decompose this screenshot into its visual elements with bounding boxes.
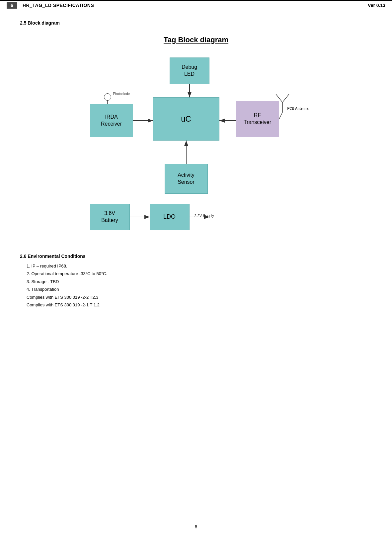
rf-block: RFTransceiver: [236, 101, 279, 137]
antenna-label: PCB Antenna: [287, 107, 309, 110]
env-condition-item: 3. Storage - TBD: [27, 278, 372, 285]
supply-label: 2.2V Supply: [195, 214, 214, 218]
env-condition-item: Complies with ETS 300 019 -2-1 T 1.2: [27, 301, 372, 309]
photodiode-symbol: [104, 93, 111, 101]
section-25-heading: 2.5 Block diagram: [20, 20, 372, 26]
env-condition-item: 1. IP – required IP68.: [27, 262, 372, 270]
header-left: 6 HR_TAG_LD SPECIFICATIONS: [7, 2, 94, 9]
uc-block: uC: [153, 97, 219, 141]
page-header: 6 HR_TAG_LD SPECIFICATIONS Ver 0.13: [0, 0, 392, 10]
ldo-block: LDO: [150, 204, 190, 230]
page-footer: 6: [0, 522, 392, 529]
page-number: 6: [7, 2, 17, 9]
activity-sensor-block: ActivitySensor: [165, 164, 208, 194]
svg-line-9: [282, 94, 289, 102]
section-26: 2.6 Environmental Conditions 1. IP – req…: [20, 254, 372, 309]
block-diagram: Photodiode PCB Antenna DebugLED uC IRDAR…: [80, 57, 312, 237]
page-content: 2.5 Block diagram Tag Block diagram: [0, 10, 392, 319]
env-condition-item: 4. Transportation: [27, 285, 372, 293]
footer-page-number: 6: [195, 524, 197, 529]
env-conditions-list: 1. IP – required IP68.2. Operational tem…: [20, 262, 372, 309]
photodiode-label: Photodiode: [113, 92, 130, 96]
battery-block: 3.6VBattery: [90, 204, 130, 230]
section-26-heading: 2.6 Environmental Conditions: [20, 254, 372, 259]
diagram-title: Tag Block diagram: [20, 36, 372, 44]
debug-led-block: DebugLED: [170, 57, 209, 84]
env-condition-item: 2. Operational temperature -33°C to 50°C…: [27, 270, 372, 277]
document-title: HR_TAG_LD SPECIFICATIONS: [23, 3, 94, 8]
document-version: Ver 0.13: [368, 3, 385, 8]
page: 6 HR_TAG_LD SPECIFICATIONS Ver 0.13 2.5 …: [0, 0, 392, 536]
svg-line-10: [279, 112, 282, 119]
irda-block: IRDAReceiver: [90, 104, 133, 137]
env-condition-item: Complies with ETS 300 019 -2-2 T2.3: [27, 293, 372, 301]
